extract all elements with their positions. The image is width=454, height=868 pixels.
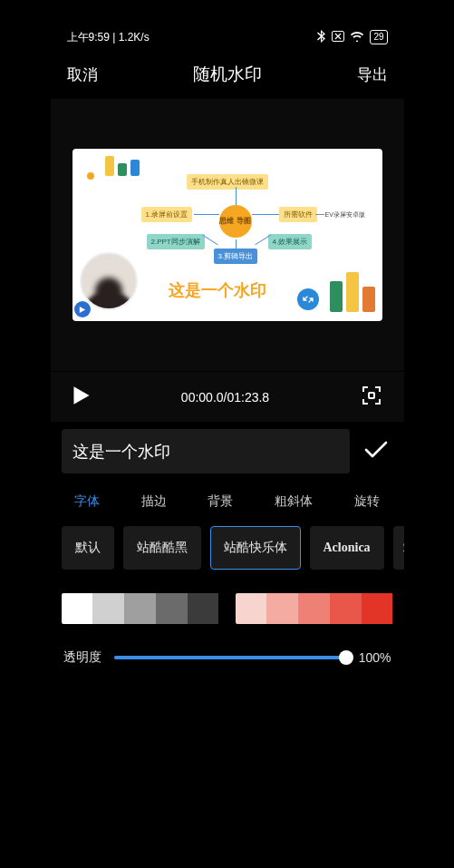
bars-decoration-top xyxy=(105,156,140,176)
play-badge-icon xyxy=(74,301,91,317)
header: 取消 随机水印 导出 xyxy=(51,52,404,99)
opacity-label: 透明度 xyxy=(63,649,101,666)
font-chip-aclonica[interactable]: Aclonica xyxy=(310,526,384,570)
watermark-input-row xyxy=(51,422,404,481)
confirm-button[interactable] xyxy=(359,435,393,468)
resize-handle[interactable] xyxy=(297,288,319,310)
page-title: 随机水印 xyxy=(193,63,262,86)
color-swatch[interactable] xyxy=(236,593,267,624)
timecode: 00:00.0/01:23.8 xyxy=(181,390,269,405)
export-button[interactable]: 导出 xyxy=(357,64,388,85)
mm-box-2: 2.PPT同步演解 xyxy=(147,234,205,249)
play-button[interactable] xyxy=(72,385,91,409)
mindmap-diagram: 手机制作真人出镜微课 思维 导图 1.录屏前设置 2.PPT同步演解 3.剪辑导… xyxy=(150,174,350,265)
status-left: 上午9:59 | 1.2K/s xyxy=(67,30,150,45)
color-swatch[interactable] xyxy=(124,593,156,624)
opacity-value: 100% xyxy=(359,650,391,665)
color-swatch[interactable] xyxy=(188,593,219,624)
mm-center: 思维 导图 xyxy=(219,205,252,238)
font-chip-default[interactable]: 默认 xyxy=(62,526,114,570)
grey-palette[interactable] xyxy=(62,593,219,624)
battery-indicator: 29 xyxy=(370,30,387,44)
bars-decoration-right xyxy=(330,272,375,312)
color-swatch[interactable] xyxy=(156,593,188,624)
tab-rotate[interactable]: 旋转 xyxy=(349,490,385,513)
presenter-avatar xyxy=(80,252,138,310)
color-swatch[interactable] xyxy=(298,593,330,624)
mm-box-4: 4.效果展示 xyxy=(268,234,313,249)
status-bar: 上午9:59 | 1.2K/s 29 xyxy=(51,23,404,52)
mm-label-right: EV录屏安卓版 xyxy=(321,208,370,222)
font-chip-zk-kuaile[interactable]: 站酷快乐体 xyxy=(210,526,301,570)
color-swatch-row xyxy=(51,570,404,624)
font-chip-zk-kuhei[interactable]: 站酷酷黑 xyxy=(123,526,201,570)
fullscreen-button[interactable] xyxy=(361,385,382,410)
color-swatch[interactable] xyxy=(330,593,362,624)
wifi-icon xyxy=(350,31,364,44)
font-chip-list[interactable]: 默认 站酷酷黑 站酷快乐体 Aclonica 站 xyxy=(51,526,404,570)
color-swatch[interactable] xyxy=(266,593,298,624)
bluetooth-icon xyxy=(317,30,326,45)
color-swatch[interactable] xyxy=(362,593,393,624)
watermark-overlay-text[interactable]: 这是一个水印 xyxy=(169,279,266,301)
watermark-text-input[interactable] xyxy=(62,429,350,473)
color-swatch[interactable] xyxy=(92,593,124,624)
opacity-slider[interactable] xyxy=(114,656,346,659)
svg-rect-1 xyxy=(369,393,374,398)
mm-box-1: 1.录屏前设置 xyxy=(141,207,193,222)
transport-bar: 00:00.0/01:23.8 xyxy=(51,371,404,422)
tab-font[interactable]: 字体 xyxy=(69,490,105,513)
tab-stroke[interactable]: 描边 xyxy=(136,490,172,513)
close-box-icon xyxy=(332,31,344,44)
opacity-row: 透明度 100% xyxy=(51,624,404,666)
font-chip-partial[interactable]: 站 xyxy=(393,526,404,570)
video-frame[interactable]: 手机制作真人出镜微课 思维 导图 1.录屏前设置 2.PPT同步演解 3.剪辑导… xyxy=(72,149,382,321)
mm-box-soft: 所需软件 xyxy=(279,207,317,222)
status-time: 上午9:59 xyxy=(67,31,110,44)
video-preview-area: 手机制作真人出镜微课 思维 导图 1.录屏前设置 2.PPT同步演解 3.剪辑导… xyxy=(51,99,404,371)
status-speed: 1.2K/s xyxy=(119,31,150,44)
mm-box-top: 手机制作真人出镜微课 xyxy=(187,174,268,190)
color-swatch[interactable] xyxy=(62,593,93,624)
status-right: 29 xyxy=(317,30,387,45)
cancel-button[interactable]: 取消 xyxy=(67,64,98,85)
phone-frame: 上午9:59 | 1.2K/s 29 取消 随机水印 导出 xyxy=(51,23,404,812)
tab-background[interactable]: 背景 xyxy=(202,490,238,513)
red-palette[interactable] xyxy=(236,593,393,624)
dot-decoration xyxy=(87,172,94,180)
style-tabs: 字体 描边 背景 粗斜体 旋转 xyxy=(51,481,404,526)
mm-box-3: 3.剪辑导出 xyxy=(214,249,258,264)
tab-bolditalic[interactable]: 粗斜体 xyxy=(269,490,318,513)
